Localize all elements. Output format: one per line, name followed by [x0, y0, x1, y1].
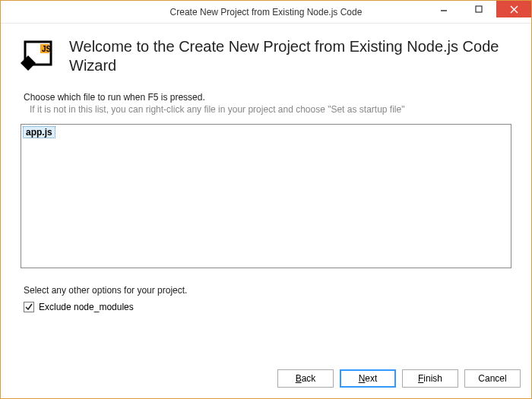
wizard-heading: Welcome to the Create New Project from E…: [69, 37, 513, 75]
back-button[interactable]: Back: [277, 369, 334, 388]
maximize-icon: [475, 5, 483, 13]
minimize-button[interactable]: [426, 1, 461, 17]
titlebar: Create New Project from Existing Node.js…: [1, 1, 531, 24]
finish-label: inish: [423, 373, 442, 384]
instruction-sub: If it is not in this list, you can right…: [30, 104, 513, 115]
next-button[interactable]: Next: [340, 369, 396, 388]
exclude-node-modules-checkbox[interactable]: [24, 302, 34, 312]
exclude-node-modules-row: Exclude node_modules: [24, 302, 513, 312]
cancel-button[interactable]: Cancel: [464, 369, 521, 388]
content-area: JS Welcome to the Create New Project fro…: [1, 24, 531, 362]
close-button[interactable]: [496, 1, 531, 17]
check-icon: [24, 302, 33, 312]
instruction-main: Choose which file to run when F5 is pres…: [24, 92, 513, 103]
close-icon: [510, 5, 518, 14]
finish-button[interactable]: Finish: [402, 369, 458, 388]
next-label: ext: [365, 373, 377, 384]
startup-file-listbox[interactable]: app.js: [21, 124, 511, 268]
button-bar: Back Next Finish Cancel: [1, 362, 531, 398]
svg-rect-1: [476, 6, 482, 12]
wizard-window: Create New Project from Existing Node.js…: [0, 0, 532, 399]
cancel-label: Cancel: [478, 373, 506, 384]
options-label: Select any other options for your projec…: [24, 285, 513, 296]
instructions: Choose which file to run when F5 is pres…: [24, 92, 513, 115]
minimize-icon: [440, 5, 448, 13]
back-label: ack: [302, 373, 316, 384]
list-item[interactable]: app.js: [23, 126, 55, 138]
maximize-button[interactable]: [461, 1, 496, 17]
js-file-icon: JS: [19, 40, 55, 72]
svg-text:JS: JS: [42, 45, 52, 53]
window-controls: [426, 1, 531, 19]
header-row: JS Welcome to the Create New Project fro…: [19, 37, 513, 75]
exclude-node-modules-label: Exclude node_modules: [39, 302, 134, 312]
